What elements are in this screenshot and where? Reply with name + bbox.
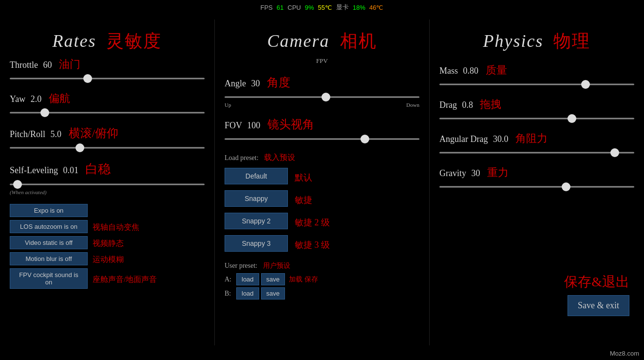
fps-value: 61 [277, 4, 284, 11]
drag-slider[interactable] [439, 115, 634, 122]
fov-zh: 镜头视角 [267, 118, 314, 131]
user-preset-a-row: A: load save 加载 保存 [225, 273, 419, 285]
user-preset-section: User preset: 用户预设 A: load save 加载 保存 B: … [225, 261, 419, 300]
mass-thumb[interactable] [581, 80, 590, 89]
angular-drag-value: 30.0 [493, 134, 509, 144]
user-preset-a-save-btn[interactable]: save [261, 273, 285, 285]
temp2-value: 46℃ [369, 4, 383, 11]
gravity-thumb[interactable] [562, 182, 570, 191]
snappy3-preset-btn[interactable]: Snappy 3 [225, 235, 288, 252]
mass-label: Mass [439, 66, 458, 76]
los-autozoom-toggle-btn[interactable]: LOS autozoom is on [10, 220, 88, 233]
fps-label: FPS [261, 4, 273, 11]
user-preset-a-load-btn[interactable]: load [236, 273, 259, 285]
load-preset-section: Load preset: 载入预设 Default 默认 Snappy 敏捷 S… [225, 153, 419, 255]
user-preset-a-key: A: [225, 276, 234, 283]
pitch-roll-slider[interactable] [10, 144, 205, 152]
down-label: Down [406, 102, 419, 108]
snappy-preset-zh: 敏捷 [295, 194, 312, 206]
gpu-label: 显卡 [336, 3, 349, 12]
self-leveling-zh: 白稳 [85, 162, 111, 176]
default-preset-zh: 默认 [295, 172, 312, 183]
angular-drag-zh: 角阻力 [515, 132, 548, 144]
yaw-thumb[interactable] [40, 108, 49, 117]
drag-value: 0.8 [462, 100, 473, 110]
drag-zh: 拖拽 [480, 98, 501, 110]
pitch-roll-zh: 横滚/俯仰 [69, 127, 119, 140]
camera-subtitle: FPV [225, 57, 419, 65]
snappy-preset-btn[interactable]: Snappy [225, 190, 288, 207]
los-autozoom-zh: 视轴自动变焦 [93, 222, 139, 233]
rates-column: Rates 灵敏度 Throttle 60 油门 Yaw 2.0 偏航 [0, 20, 214, 345]
camera-title: Camera 相机 [225, 29, 419, 53]
drag-label: Drag [439, 100, 457, 110]
user-preset-zh: 用户预设 [263, 262, 290, 269]
user-preset-b-save-btn[interactable]: save [261, 287, 285, 300]
angle-updown-labels: Up Down [225, 102, 419, 108]
fov-slider[interactable] [225, 135, 419, 143]
throttle-value: 60 [43, 60, 52, 70]
snappy3-preset-row: Snappy 3 敏捷 3 级 [225, 235, 419, 255]
mass-row: Mass 0.80 质量 [439, 63, 634, 88]
video-static-zh: 视频静态 [93, 239, 124, 249]
angle-zh: 角度 [267, 76, 290, 89]
motion-blur-toggle-row: Motion blur is off 运动模糊 [10, 252, 205, 267]
motion-blur-toggle-btn[interactable]: Motion blur is off [10, 252, 88, 265]
snappy-preset-row: Snappy 敏捷 [225, 190, 419, 210]
physics-column: Physics 物理 Mass 0.80 质量 Drag 0.8 拖拽 [430, 20, 644, 345]
angle-value: 30 [251, 79, 260, 88]
cpu-value: 9% [305, 4, 314, 11]
drag-thumb[interactable] [568, 114, 576, 123]
up-label: Up [225, 102, 231, 108]
angular-drag-label: Angular Drag [439, 134, 488, 144]
cpu-label: CPU [287, 4, 301, 11]
angular-drag-slider[interactable] [439, 149, 634, 157]
self-leveling-thumb[interactable] [13, 180, 22, 189]
gravity-value: 30 [471, 168, 480, 178]
save-exit-zh: 保存&退出 [564, 273, 629, 291]
mass-zh: 质量 [486, 64, 507, 76]
throttle-slider[interactable] [10, 75, 205, 82]
gravity-label: Gravity [439, 168, 466, 178]
video-static-toggle-row: Video static is off 视频静态 [10, 236, 205, 251]
video-static-toggle-btn[interactable]: Video static is off [10, 236, 88, 249]
user-preset-label: User preset: [225, 262, 257, 269]
motion-blur-zh: 运动模糊 [93, 255, 124, 265]
user-preset-b-load-btn[interactable]: load [236, 287, 259, 300]
self-leveling-row: Self-Leveling 0.01 白稳 (When activated) [10, 160, 205, 195]
snappy3-preset-zh: 敏捷 3 级 [295, 239, 330, 251]
load-preset-label: Load preset: [225, 154, 259, 161]
mass-slider[interactable] [439, 80, 634, 88]
temp1-value: 55℃ [318, 4, 332, 11]
fov-row: FOV 100 镜头视角 [225, 117, 419, 143]
angle-slider[interactable] [225, 93, 419, 101]
main-columns: Rates 灵敏度 Throttle 60 油门 Yaw 2.0 偏航 [0, 20, 644, 345]
throttle-thumb[interactable] [83, 74, 92, 83]
snappy2-preset-zh: 敏捷 2 级 [295, 217, 330, 228]
yaw-value: 2.0 [31, 94, 42, 104]
gpu-value: 18% [353, 4, 365, 11]
default-preset-btn[interactable]: Default [225, 168, 288, 184]
user-preset-a-zh: 加载 保存 [289, 275, 318, 284]
save-exit-section: 保存&退出 Save & exit [564, 273, 629, 316]
toggle-buttons-section: Expo is on LOS autozoom is on 视轴自动变焦 Vid… [10, 204, 205, 291]
physics-title: Physics 物理 [439, 29, 634, 53]
pitch-roll-thumb[interactable] [76, 143, 84, 152]
snappy2-preset-btn[interactable]: Snappy 2 [225, 213, 288, 229]
self-leveling-slider[interactable] [10, 180, 205, 188]
camera-column: Camera 相机 FPV Angle 30 角度 Up Down FOV [214, 20, 430, 345]
default-preset-row: Default 默认 [225, 168, 419, 187]
self-leveling-value: 0.01 [63, 165, 78, 175]
expo-toggle-btn[interactable]: Expo is on [10, 204, 88, 217]
throttle-zh: 油门 [59, 58, 80, 70]
yaw-label: Yaw [10, 94, 25, 104]
gravity-slider[interactable] [439, 183, 634, 191]
angle-thumb[interactable] [322, 93, 330, 101]
fpv-sound-toggle-btn[interactable]: FPV cockpit sound is on [10, 268, 88, 289]
angular-drag-thumb[interactable] [610, 148, 619, 157]
fov-label: FOV [225, 120, 242, 130]
yaw-slider[interactable] [10, 109, 205, 117]
fov-thumb[interactable] [360, 135, 369, 143]
fov-value: 100 [247, 120, 260, 130]
save-exit-btn[interactable]: Save & exit [568, 295, 629, 316]
